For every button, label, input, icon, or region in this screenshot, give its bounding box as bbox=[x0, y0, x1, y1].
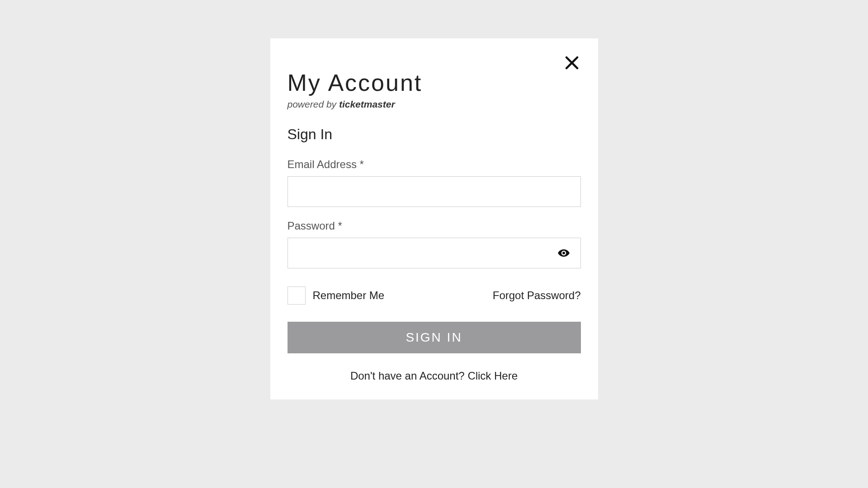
powered-brand: ticketmaster bbox=[339, 99, 395, 109]
modal-title: My Account bbox=[288, 69, 581, 96]
signup-prompt: Don't have an Account? Click Here bbox=[288, 370, 581, 382]
remember-me-checkbox[interactable] bbox=[288, 286, 306, 305]
remember-me-label: Remember Me bbox=[313, 289, 385, 302]
remember-me-group: Remember Me bbox=[288, 286, 385, 305]
options-row: Remember Me Forgot Password? bbox=[288, 286, 581, 305]
password-label: Password * bbox=[288, 220, 581, 232]
signin-heading: Sign In bbox=[288, 126, 581, 143]
email-input[interactable] bbox=[288, 176, 581, 207]
powered-by-text: powered by ticketmaster bbox=[288, 99, 581, 110]
forgot-password-link[interactable]: Forgot Password? bbox=[493, 289, 581, 302]
signup-prompt-text: Don't have an Account? bbox=[350, 370, 467, 382]
close-icon bbox=[564, 55, 580, 71]
signin-button[interactable]: SIGN IN bbox=[288, 322, 581, 353]
close-button[interactable] bbox=[560, 51, 584, 75]
email-field-group: Email Address * bbox=[288, 158, 581, 207]
toggle-password-visibility-button[interactable] bbox=[555, 244, 573, 262]
password-input[interactable] bbox=[288, 238, 581, 268]
email-label: Email Address * bbox=[288, 158, 581, 171]
signin-modal: My Account powered by ticketmaster Sign … bbox=[270, 38, 598, 399]
powered-prefix: powered by bbox=[288, 99, 339, 109]
password-field-group: Password * bbox=[288, 220, 581, 268]
eye-icon bbox=[557, 247, 570, 259]
signup-link[interactable]: Click Here bbox=[467, 370, 518, 382]
